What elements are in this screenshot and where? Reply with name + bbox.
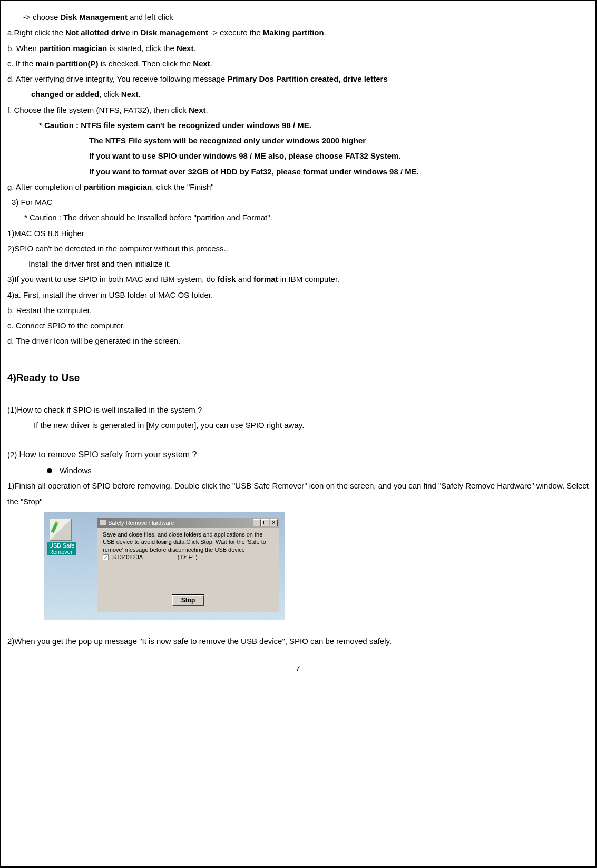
line-caution: * Caution : NTFS file system can't be re… — [7, 118, 589, 133]
q2-lead: (2) — [7, 450, 19, 459]
txt: in IBM computer. — [278, 275, 340, 284]
line: c. Connect SPIO to the computer. — [7, 318, 589, 333]
line: -> choose Disk Management and left click — [7, 9, 589, 25]
close-button[interactable]: × — [270, 519, 278, 526]
line: f. Choose the file system (NTFS, FAT32),… — [7, 102, 589, 118]
txt: in — [130, 28, 141, 37]
q1-answer: If the new driver is generated in [My co… — [7, 417, 589, 433]
line: Install the driver first and then initia… — [7, 256, 589, 271]
line: 3) For MAC — [7, 194, 589, 210]
line: If you want to format over 32GB of HDD b… — [7, 164, 589, 179]
para-remove-1: 1)Finish all operation of SPIO before re… — [7, 478, 589, 509]
txt-bold: partition magician — [84, 182, 152, 191]
bullet-label: Windows — [60, 466, 92, 475]
txt-bold: Disk management — [141, 28, 208, 37]
line: 1)MAC OS 8.6 Higher — [7, 226, 589, 241]
txt: , click the "Finish" — [152, 182, 213, 191]
txt: 3)If you want to use SPIO in both MAC an… — [7, 275, 218, 284]
txt-bold: Primary Dos Partition created, drive let… — [227, 74, 387, 83]
txt: d. After verifying drive integrity, You … — [7, 74, 227, 83]
txt: -> choose — [23, 13, 60, 22]
remove-hardware-screenshot: USB Safe Remover Safely Remove Hardware … — [44, 512, 285, 620]
txt-bold: Next — [193, 59, 210, 68]
line: 4)a. First, install the driver in USB fo… — [7, 287, 589, 303]
line: changed or added, click Next. — [7, 86, 589, 102]
safely-remove-window: Safely Remove Hardware _ × Save and clos… — [97, 518, 279, 612]
stop-button[interactable]: Stop — [172, 595, 204, 606]
line: d. After verifying drive integrity, You … — [7, 71, 589, 86]
line: 2)SPIO can't be detected in the computer… — [7, 241, 589, 256]
txt: a.Right click the — [7, 28, 65, 37]
usb-safe-remover-label: USB Safe Remover — [47, 542, 76, 555]
line: b. Restart the computer. — [7, 303, 589, 318]
page-number: 7 — [7, 660, 589, 676]
txt: g. After completion of — [7, 182, 84, 191]
minimize-button[interactable]: _ — [253, 519, 261, 526]
section-title-ready: 4)Ready to Use — [7, 368, 589, 387]
txt: and left click — [128, 13, 173, 22]
q2-text: How to remove SPIO safely from your syst… — [19, 450, 197, 459]
txt: and — [236, 275, 253, 284]
txt-bold: Next — [121, 90, 139, 99]
device-checkbox[interactable] — [103, 554, 109, 560]
txt: b. When — [7, 44, 39, 53]
maximize-glyph — [263, 521, 267, 524]
txt: , click — [99, 90, 121, 99]
txt-bold: main partition(P) — [35, 59, 98, 68]
txt: . — [193, 44, 195, 53]
txt-bold: Next — [189, 105, 206, 114]
line: If you want to use SPIO under windows 98… — [7, 148, 589, 163]
device-name: ST340823A — [112, 554, 143, 560]
txt-bold: partition magician — [39, 44, 107, 53]
document-page: -> choose Disk Management and left click… — [0, 0, 597, 868]
txt-bold: Disk Management — [60, 13, 128, 22]
txt-bold: Not allotted drive — [65, 28, 130, 37]
txt-bold: format — [253, 275, 278, 284]
usb-safe-remover-icon — [50, 519, 72, 541]
window-body-text: Save and close files, and close folders … — [103, 531, 273, 553]
txt: f. Choose the file system (NTFS, FAT32),… — [7, 105, 189, 114]
txt: c. If the — [7, 59, 35, 68]
close-glyph: × — [272, 520, 276, 525]
txt: . — [206, 105, 208, 114]
txt-bold: fdisk — [218, 275, 236, 284]
bullet-icon — [47, 468, 52, 473]
para-remove-2: 2)When you get the pop up message "It is… — [7, 633, 589, 649]
line: The NTFS File system will be recognized … — [7, 133, 589, 148]
line: d. The driver Icon will be generated in … — [7, 333, 589, 348]
device-drives: ( D: E: ) — [178, 554, 198, 560]
maximize-button[interactable] — [261, 519, 269, 526]
line: 3)If you want to use SPIO in both MAC an… — [7, 271, 589, 287]
line: c. If the main partition(P) is checked. … — [7, 56, 589, 71]
txt: is checked. Then click the — [99, 59, 193, 68]
line: a.Right click the Not allotted drive in … — [7, 25, 589, 40]
txt: . — [138, 90, 140, 99]
device-row: ST340823A ( D: E: ) — [103, 553, 273, 561]
minimize-glyph: _ — [256, 520, 259, 525]
line: * Caution : The driver should be Install… — [7, 210, 589, 225]
txt: . — [210, 59, 212, 68]
txt-bold: Next — [177, 44, 194, 53]
txt-bold: Making partition — [263, 28, 324, 37]
txt: . — [324, 28, 326, 37]
txt: is started, click the — [107, 44, 177, 53]
txt: -> execute the — [208, 28, 263, 37]
q2-title: (2) How to remove SPIO safely from your … — [7, 446, 589, 463]
window-body: Save and close files, and close folders … — [97, 528, 279, 561]
window-title: Safely Remove Hardware — [108, 519, 174, 526]
line: b. When partition magician is started, c… — [7, 41, 589, 56]
window-icon — [100, 519, 106, 526]
q1-title: (1)How to check if SPIO is well installe… — [7, 402, 589, 417]
window-titlebar: Safely Remove Hardware _ × — [97, 518, 279, 528]
txt-bold: changed or added — [31, 90, 99, 99]
line: g. After completion of partition magicia… — [7, 179, 589, 194]
bullet-windows: Windows — [7, 463, 589, 478]
